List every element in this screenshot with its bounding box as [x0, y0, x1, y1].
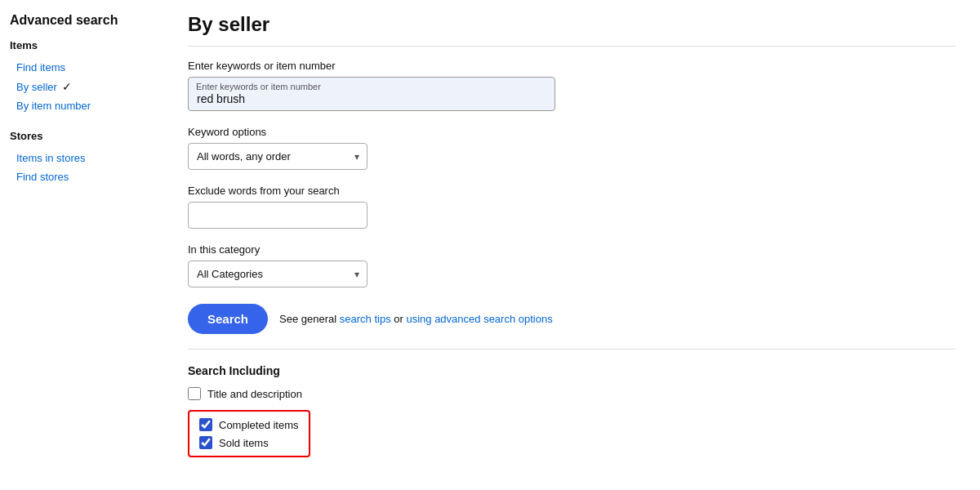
- items-section-label: Items: [10, 39, 154, 51]
- title-description-checkbox[interactable]: [188, 387, 201, 400]
- sidebar-item-by-item-number-label: By item number: [16, 100, 91, 112]
- category-section: In this category All Categories Antiques…: [188, 243, 956, 287]
- sidebar-item-find-stores-label: Find stores: [16, 171, 69, 183]
- completed-sold-box: Completed items Sold items: [188, 410, 310, 457]
- sold-items-label: Sold items: [219, 437, 269, 449]
- sidebar: Advanced search Items Find items By sell…: [0, 0, 163, 490]
- sidebar-item-by-seller[interactable]: By seller ✓: [10, 77, 154, 96]
- search-row: Search See general search tips or using …: [188, 304, 956, 350]
- search-tips-middle: or: [391, 313, 407, 325]
- sidebar-item-items-in-stores-label: Items in stores: [16, 152, 86, 164]
- advanced-search-options-link[interactable]: using advanced search options: [406, 313, 552, 325]
- keyword-options-section: Keyword options All words, any order Any…: [188, 126, 956, 170]
- keyword-options-select[interactable]: All words, any order Any words Exact phr…: [188, 143, 368, 170]
- category-select[interactable]: All Categories Antiques Art Baby Books: [188, 261, 368, 287]
- category-label: In this category: [188, 243, 956, 256]
- sidebar-title: Advanced search: [10, 13, 154, 28]
- sidebar-item-find-items[interactable]: Find items: [10, 58, 154, 77]
- by-seller-checkmark: ✓: [62, 80, 72, 93]
- search-including-title: Search Including: [188, 364, 956, 377]
- keyword-label: Enter keywords or item number: [188, 60, 956, 72]
- sidebar-item-find-items-label: Find items: [16, 61, 65, 74]
- keyword-section: Enter keywords or item number Enter keyw…: [188, 60, 956, 111]
- search-tips-text: See general search tips or using advance…: [279, 313, 553, 325]
- keyword-options-label: Keyword options: [188, 126, 956, 138]
- sidebar-item-find-stores[interactable]: Find stores: [10, 167, 154, 186]
- search-including-section: Search Including Title and description C…: [188, 364, 956, 457]
- sold-items-checkbox[interactable]: [199, 436, 212, 449]
- search-tips-link[interactable]: search tips: [340, 313, 391, 325]
- search-tips-prefix: See general: [279, 313, 340, 325]
- checkbox-row-title-description: Title and description: [188, 387, 956, 400]
- sidebar-item-by-item-number[interactable]: By item number: [10, 96, 154, 115]
- completed-items-checkbox[interactable]: [199, 418, 212, 431]
- keyword-options-select-wrapper: All words, any order Any words Exact phr…: [188, 143, 368, 170]
- category-select-wrapper: All Categories Antiques Art Baby Books ▾: [188, 261, 368, 287]
- title-description-label: Title and description: [207, 388, 302, 400]
- main-content: By seller Enter keywords or item number …: [163, 0, 980, 490]
- search-button[interactable]: Search: [188, 304, 268, 334]
- exclude-label: Exclude words from your search: [188, 185, 956, 197]
- keyword-input[interactable]: [188, 77, 555, 111]
- exclude-input[interactable]: [188, 202, 368, 229]
- sidebar-item-items-in-stores[interactable]: Items in stores: [10, 149, 154, 167]
- completed-items-label: Completed items: [219, 419, 299, 431]
- keyword-input-wrapper: Enter keywords or item number: [188, 77, 555, 111]
- exclude-section: Exclude words from your search: [188, 185, 956, 229]
- stores-section-label: Stores: [10, 130, 154, 142]
- checkbox-row-sold: Sold items: [199, 436, 299, 449]
- checkbox-row-completed: Completed items: [199, 418, 299, 431]
- page-title: By seller: [188, 13, 956, 47]
- sidebar-item-by-seller-label: By seller: [16, 81, 57, 93]
